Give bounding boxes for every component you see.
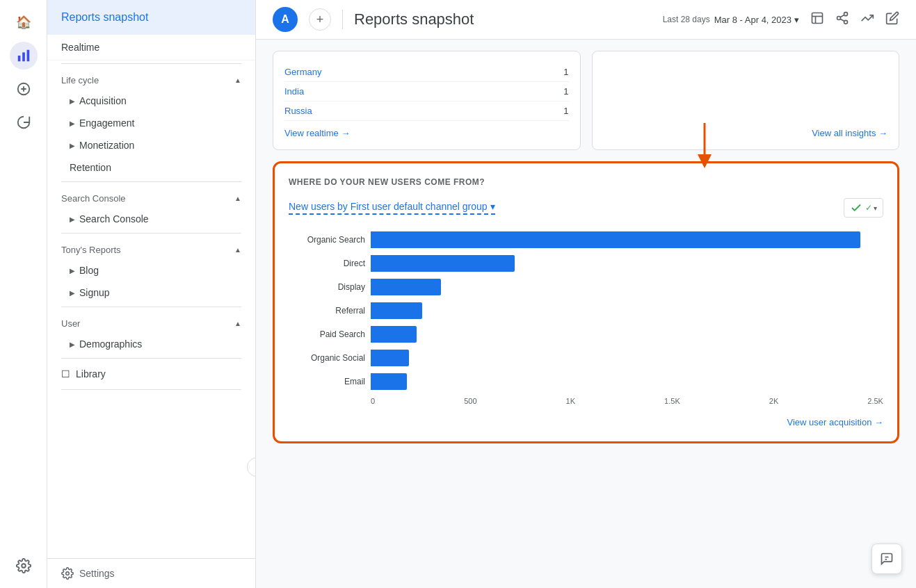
divider-3 [61, 233, 241, 234]
chart-metric-label: New users by First user default channel … [289, 201, 488, 212]
topbar: A + Reports snapshot Last 28 days Mar 8 … [256, 0, 916, 40]
bar-row: Email [289, 373, 883, 390]
sidebar-item-retention[interactable]: Retention [47, 156, 255, 179]
user-chevron-icon: ▲ [234, 320, 241, 327]
bar-container [371, 255, 883, 272]
view-insights-link[interactable]: View all insights → [812, 128, 887, 138]
bar-label: Organic Social [289, 353, 365, 363]
bar-row: Direct [289, 255, 883, 272]
sidebar-item-engagement[interactable]: ▶ Engagement [47, 112, 255, 134]
sidebar: Reports snapshot Realtime Life cycle ▲ ▶… [47, 0, 256, 588]
bar-label: Direct [289, 259, 365, 268]
bar-container [371, 279, 883, 295]
sidebar-item-signup[interactable]: ▶ Signup [47, 281, 255, 304]
tonysreports-chevron-icon: ▲ [234, 246, 241, 254]
feedback-button[interactable] [871, 544, 902, 574]
insights-card: View all insights → [592, 51, 900, 150]
sidebar-item-reports-snapshot[interactable]: Reports snapshot [47, 0, 255, 35]
sidebar-item-searchconsole[interactable]: ▶ Search Console [47, 208, 255, 230]
country-germany: Germany [284, 67, 321, 77]
top-cards-row: Germany 1 India 1 Russia 1 View realtime… [273, 51, 899, 150]
avatar: A [273, 7, 298, 32]
bar-fill [371, 279, 441, 295]
svg-point-10 [837, 16, 841, 19]
sidebar-item-demographics[interactable]: ▶ Demographics [47, 333, 255, 355]
x-axis-label: 2K [769, 397, 778, 405]
bar-label: Paid Search [289, 329, 365, 339]
edit-pencil-icon[interactable] [885, 11, 899, 28]
tag-icon[interactable] [10, 75, 38, 103]
sidebar-item-library[interactable]: ☐ Library [47, 361, 255, 386]
bar-container [371, 373, 883, 390]
sidebar-section-lifecycle[interactable]: Life cycle ▲ [47, 67, 255, 90]
country-india: India [284, 86, 304, 97]
country-russia: Russia [284, 106, 312, 116]
last-days-label: Last 28 days [663, 15, 710, 24]
svg-rect-0 [17, 56, 20, 61]
sidebar-item-realtime[interactable]: Realtime [47, 35, 255, 60]
chart-metric-chevron-icon: ▾ [490, 201, 495, 212]
bar-label: Email [289, 377, 365, 386]
bar-container [371, 326, 883, 343]
analytics-icon[interactable] [10, 42, 38, 70]
acquisition-arrow-icon: ▶ [70, 97, 75, 105]
check-chevron-icon: ▾ [874, 204, 877, 212]
divider-2 [61, 181, 241, 182]
sidebar-section-searchconsole[interactable]: Search Console ▲ [47, 185, 255, 208]
share-icon[interactable] [835, 11, 849, 28]
signup-arrow-icon: ▶ [70, 289, 75, 297]
view-acquisition-link[interactable]: View user acquisition → [787, 417, 884, 427]
loop-icon[interactable] [10, 108, 38, 136]
content-area: Germany 1 India 1 Russia 1 View realtime… [256, 40, 916, 588]
sidebar-section-user[interactable]: User ▲ [47, 310, 255, 333]
trending-icon[interactable] [860, 11, 874, 28]
add-view-button[interactable]: + [309, 8, 331, 31]
sidebar-item-monetization[interactable]: ▶ Monetization [47, 134, 255, 156]
svg-line-13 [840, 15, 844, 17]
chart-controls: New users by First user default channel … [289, 198, 883, 218]
date-range-selector[interactable]: Mar 8 - Apr 4, 2023 ▾ [714, 15, 799, 25]
realtime-row-india: India 1 [284, 82, 569, 101]
realtime-row-russia: Russia 1 [284, 101, 569, 121]
svg-point-9 [844, 12, 848, 15]
realtime-row-germany: Germany 1 [284, 63, 569, 82]
view-realtime-link[interactable]: View realtime → [284, 128, 569, 138]
searchconsole-chevron-icon: ▲ [234, 195, 241, 202]
sidebar-collapse-button[interactable]: ‹ [247, 457, 256, 477]
bar-row: Display [289, 279, 883, 295]
count-russia: 1 [563, 106, 568, 116]
blog-arrow-icon: ▶ [70, 267, 75, 275]
count-india: 1 [563, 86, 568, 97]
realtime-card: Germany 1 India 1 Russia 1 View realtime… [273, 51, 581, 150]
chart-metric-selector[interactable]: New users by First user default channel … [289, 201, 495, 215]
table-icon[interactable] [810, 11, 824, 28]
sidebar-section-tonysreports[interactable]: Tony's Reports ▲ [47, 236, 255, 259]
x-axis-label: 500 [464, 397, 476, 405]
sidebar-item-blog[interactable]: ▶ Blog [47, 259, 255, 281]
bars-container: Organic SearchDirectDisplayReferralPaid … [289, 231, 883, 390]
topbar-icons [810, 11, 899, 28]
searchconsole-arrow-icon: ▶ [70, 215, 75, 223]
sidebar-item-acquisition[interactable]: ▶ Acquisition [47, 90, 255, 112]
sidebar-item-settings[interactable]: Settings [47, 558, 255, 588]
realtime-table: Germany 1 India 1 Russia 1 [284, 63, 569, 121]
chart-action-buttons: ✓ ▾ [844, 198, 883, 218]
settings-bottom-icon[interactable] [10, 552, 38, 580]
bar-row: Organic Social [289, 350, 883, 366]
svg-rect-6 [812, 13, 823, 23]
home-icon[interactable]: 🏠 [10, 8, 38, 36]
svg-point-4 [22, 564, 26, 568]
bar-label: Referral [289, 306, 365, 316]
bar-row: Referral [289, 302, 883, 319]
divider-1 [61, 63, 241, 64]
chart-check-button[interactable]: ✓ ▾ [844, 198, 883, 218]
x-axis-label: 1.5K [664, 397, 680, 405]
demographics-arrow-icon: ▶ [70, 341, 75, 348]
bar-chart: Organic SearchDirectDisplayReferralPaid … [289, 231, 883, 405]
monetization-arrow-icon: ▶ [70, 142, 75, 149]
svg-rect-1 [22, 52, 25, 61]
lifecycle-chevron-icon: ▲ [234, 76, 241, 84]
bar-container [371, 350, 883, 366]
bar-container [371, 302, 883, 319]
x-axis-label: 1K [566, 397, 575, 405]
